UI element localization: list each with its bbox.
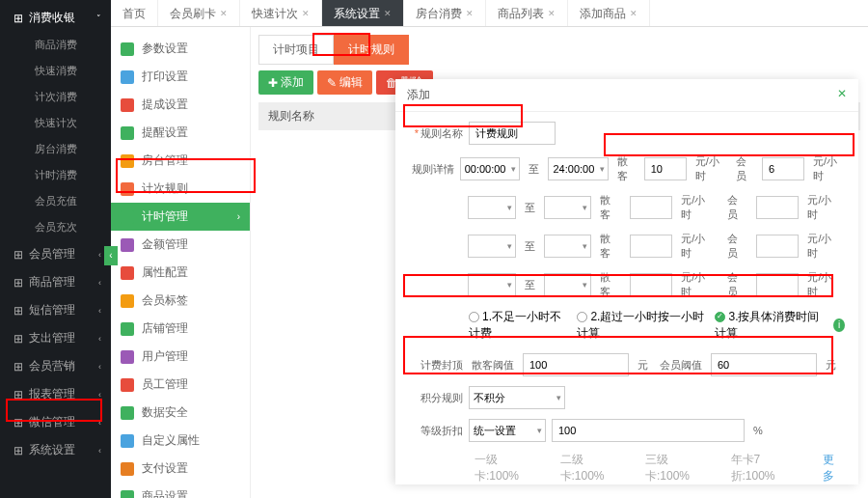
tab[interactable]: 快速计次✕ <box>240 0 322 26</box>
sidebar-item[interactable]: 计时消费 <box>0 162 111 188</box>
close-icon[interactable]: ✕ <box>630 0 637 27</box>
sidebar-item[interactable]: 计次消费 <box>0 84 111 110</box>
sidebar-group[interactable]: ⊞微信管理‹ <box>0 408 111 436</box>
sidebar-item[interactable]: 会员充值 <box>0 188 111 214</box>
rule-name-label: 规则名称 <box>409 126 463 141</box>
close-icon[interactable]: ✕ <box>302 0 310 27</box>
subnav-item[interactable]: 员工管理 <box>111 371 250 399</box>
subnav-item[interactable]: 计次规则 <box>111 175 250 203</box>
sidebar-group[interactable]: ⊞系统设置‹ <box>0 436 111 464</box>
close-icon[interactable]: ✕ <box>466 0 474 27</box>
subnav-item[interactable]: 店铺管理 <box>111 315 250 343</box>
guest-price-input[interactable] <box>644 157 687 180</box>
tab[interactable]: 系统设置✕ <box>322 0 404 26</box>
tab[interactable]: 房台消费✕ <box>404 0 486 26</box>
subnav-item[interactable]: 支付设置 <box>111 455 250 483</box>
subnav-item[interactable]: 会员标签 <box>111 287 250 315</box>
sidebar-group[interactable]: ⊞报表管理‹ <box>0 380 111 408</box>
subnav-item[interactable]: 数据安全 <box>111 399 250 427</box>
tab-timing-items[interactable]: 计时项目 <box>258 35 334 65</box>
sidebar-group[interactable]: ⊞商品管理‹ <box>0 268 111 296</box>
sidebar-group[interactable]: ⊞支出管理‹ <box>0 324 111 352</box>
radio-2[interactable]: 2.超过一小时按一小时计算 <box>577 309 705 342</box>
sidebar-group[interactable]: ⊞会员管理‹ <box>0 240 111 268</box>
discount-select[interactable]: 统一设置 <box>469 419 546 442</box>
close-icon[interactable]: ✕ <box>548 0 556 27</box>
points-select[interactable]: 不积分 <box>469 386 565 409</box>
info-icon[interactable]: i <box>833 318 845 332</box>
modal-title: 添加 <box>407 87 430 103</box>
member-cap-input[interactable] <box>711 353 817 376</box>
guest-cap-input[interactable] <box>523 353 629 376</box>
subnav-item[interactable]: 参数设置 <box>111 35 250 63</box>
close-icon[interactable]: ✕ <box>220 0 228 27</box>
tab[interactable]: 添加商品✕ <box>568 0 650 26</box>
subnav-item[interactable]: 房台管理 <box>111 147 250 175</box>
add-rule-modal: 添加 ✕ 规则名称 规则详情 00:00:00 至 24:00:00 散客 元/… <box>395 79 858 484</box>
sidebar-group[interactable]: ⊞会员营销‹ <box>0 352 111 380</box>
tab[interactable]: 首页 <box>111 0 158 26</box>
detail-label: 规则详情 <box>409 162 454 177</box>
member-price-input[interactable] <box>762 157 804 180</box>
rule-name-input[interactable] <box>469 122 556 145</box>
sidebar-group[interactable]: ⊞消费收银˅ <box>0 4 111 32</box>
add-button[interactable]: ✚ 添加 <box>258 70 313 95</box>
sidebar-item[interactable]: 快速计次 <box>0 110 111 136</box>
subnav-item[interactable]: 商品设置 <box>111 483 250 498</box>
radio-1[interactable]: 1.不足一小时不计费 <box>469 309 567 342</box>
time-to-select[interactable]: 24:00:00 <box>548 157 609 180</box>
tab-timing-rules[interactable]: 计时规则 <box>334 35 409 65</box>
subnav-item[interactable]: 自定义属性 <box>111 427 250 455</box>
subnav-item[interactable]: 属性配置 <box>111 259 250 287</box>
subnav-item[interactable]: 提醒设置 <box>111 119 250 147</box>
tab[interactable]: 商品列表✕ <box>486 0 568 26</box>
subnav-item[interactable]: 打印设置 <box>111 63 250 91</box>
close-icon[interactable]: ✕ <box>837 87 847 103</box>
edit-button[interactable]: ✎ 编辑 <box>317 70 372 95</box>
tab[interactable]: 会员刷卡✕ <box>158 0 240 26</box>
sidebar-item[interactable]: 房台消费 <box>0 136 111 162</box>
collapse-subnav-icon[interactable]: ‹ <box>104 246 118 265</box>
subnav-item[interactable]: 金额管理 <box>111 231 250 259</box>
more-link[interactable]: 更多 <box>823 452 845 484</box>
time-from-select[interactable]: 00:00:00 <box>460 157 521 180</box>
discount-input[interactable] <box>552 419 745 442</box>
subnav-item[interactable]: 用户管理 <box>111 343 250 371</box>
sidebar-item[interactable]: 会员充次 <box>0 214 111 240</box>
radio-3[interactable]: 3.按具体消费时间计算 <box>715 309 824 342</box>
sidebar-item[interactable]: 快速消费 <box>0 58 111 84</box>
close-icon[interactable]: ✕ <box>384 0 392 27</box>
subnav-item[interactable]: 提成设置 <box>111 91 250 119</box>
sidebar-group[interactable]: ⊞短信管理‹ <box>0 296 111 324</box>
subnav-item[interactable]: 计时管理› <box>111 203 250 231</box>
sidebar-item[interactable]: 商品消费 <box>0 32 111 58</box>
